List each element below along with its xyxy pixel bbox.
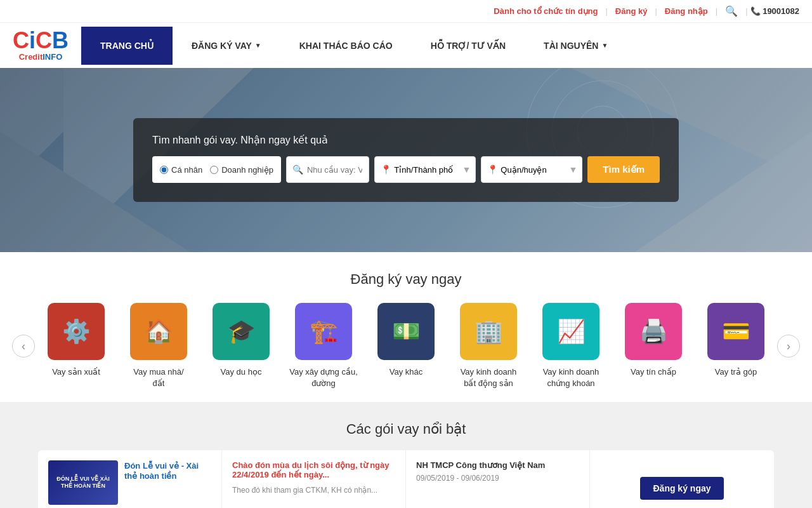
province-select-wrap: 📍 Tỉnh/Thành phố ▼ [374,156,476,183]
location-icon-district: 📍 [487,164,498,175]
loan-icon-0: ⚙️ [48,303,105,360]
main-nav: TRANG CHỦ ĐĂNG KÝ VAY ▼ KHAI THÁC BÁO CÁ… [81,27,812,65]
featured-col-4: Đăng ký ngay [590,450,774,508]
loan-icon-5: 🏢 [460,303,517,360]
hero-title: Tìm nhanh gói vay. Nhận ngay kết quả [152,134,660,146]
featured-link-2[interactable]: Chào đón mùa du lịch sôi động, từ ngày 2… [232,460,395,479]
featured-section: Các gói vay nổi bật ĐÓN LỄ VUI VẼ XÀI TH… [0,402,812,508]
featured-date: 09/05/2019 - 09/06/2019 [416,474,579,483]
search-icon: 🔍 [292,164,303,175]
loan-item-1[interactable]: 🏠 Vay mua nhà/đất [124,303,193,389]
featured-col-2: Chào đón mùa du lịch sôi động, từ ngày 2… [222,450,406,508]
loan-label-5: Vay kinh doanh bất động sản [454,366,523,389]
loan-item-8[interactable]: 💳 Vay trả góp [701,303,771,389]
featured-text-1: Đón Lễ vui vẻ - Xài thẻ hoàn tiền [124,460,211,481]
featured-col-3: NH TMCP Công thương Việt Nam 09/05/2019 … [406,450,590,508]
loan-item-0[interactable]: ⚙️ Vay sản xuất [41,303,111,389]
carousel-next-button[interactable]: › [777,335,800,358]
loan-categories-section: Đăng ký vay ngay ‹ ⚙️ Vay sản xuất 🏠 Vay… [0,252,812,402]
register-link[interactable]: Đăng ký [615,6,648,16]
loan-label-1: Vay mua nhà/đất [133,366,183,389]
loan-item-6[interactable]: 📈 Vay kinh doanh chứng khoán [536,303,606,389]
search-icon-button[interactable]: 🔍 [725,5,738,17]
featured-title: Các gói vay nổi bật [38,421,774,438]
hero-section: Tìm nhanh gói vay. Nhận ngay kết quả Cá … [0,68,812,252]
loan-section-title: Đăng ký vay ngay [0,271,812,288]
logo[interactable]: CiCB Credit INFO [13,23,69,68]
divider4: | [745,6,747,16]
featured-desc-2: Theo đó khi tham gia CTKM, KH có nhận... [232,486,395,495]
loan-label-8: Vay trả góp [715,366,757,378]
loan-label-6: Vay kinh doanh chứng khoán [536,366,606,389]
loan-type-selector: Cá nhân Doanh nghiệp [152,156,281,183]
loan-icon-4: 💵 [377,303,435,360]
divider1: | [605,6,607,16]
search-button[interactable]: Tìm kiếm [587,156,660,183]
logo-credit: Credit [19,52,43,62]
divider3: | [716,6,717,16]
radio-ca-nhan[interactable] [160,166,168,174]
org-link[interactable]: Dành cho tổ chức tín dụng [494,6,598,16]
search-row: Cá nhân Doanh nghiệp 🔍 📍 Tỉnh/Thành phố … [152,156,660,183]
divider2: | [655,6,657,16]
loan-item-7[interactable]: 🖨️ Vay tín chấp [619,303,688,389]
loan-carousel: ‹ ⚙️ Vay sản xuất 🏠 Vay mua nhà/đất 🎓 Va… [0,303,812,389]
radio-doanh-nghiep[interactable] [210,166,218,174]
header: CiCB Credit INFO TRANG CHỦ ĐĂNG KÝ VAY ▼… [0,23,812,68]
loan-icon-7: 🖨️ [625,303,682,360]
loan-icon-6: 📈 [542,303,599,360]
loan-label-0: Vay sản xuất [52,366,100,378]
featured-link-1[interactable]: Đón Lễ vui vẻ - Xài thẻ hoàn tiền [124,461,199,481]
loan-item-3[interactable]: 🏗️ Vay xây dựng cầu, đường [289,303,358,389]
nav-ho-tro[interactable]: HỖ TRỢ/ TƯ VẤN [412,27,525,65]
hero-content: Tìm nhanh gói vay. Nhận ngay kết quả Cá … [133,118,679,202]
phone-number: 📞 19001082 [750,6,799,16]
featured-grid: ĐÓN LỄ VUI VẼ XÀI THẺ HOÀN TIỀN Đón Lễ v… [38,450,774,508]
loan-label-3: Vay xây dựng cầu, đường [289,366,358,389]
loan-label-7: Vay tín chấp [631,366,676,378]
loan-icon-1: 🏠 [130,303,187,360]
login-link[interactable]: Đăng nhập [665,6,708,16]
nav-tai-nguyen[interactable]: TÀI NGUYÊN ▼ [525,27,627,65]
location-icon-province: 📍 [381,164,391,175]
carousel-prev-button[interactable]: ‹ [12,335,35,358]
district-select-wrap: 📍 Quận/huyện ▼ [481,156,582,183]
logo-info: INFO [43,52,62,62]
nav-khai-thac-bao-cao[interactable]: KHAI THÁC BÁO CÁO [280,27,412,65]
top-bar: Dành cho tổ chức tín dụng | Đăng ký | Đă… [0,0,812,23]
loan-item-2[interactable]: 🎓 Vay du học [206,303,276,389]
register-button[interactable]: Đăng ký ngay [640,477,723,500]
featured-col-1: ĐÓN LỄ VUI VẼ XÀI THẺ HOÀN TIỀN Đón Lễ v… [38,450,222,508]
loan-icon-2: 🎓 [213,303,270,360]
loan-items-list: ⚙️ Vay sản xuất 🏠 Vay mua nhà/đất 🎓 Vay … [35,303,777,389]
loan-item-5[interactable]: 🏢 Vay kinh doanh bất động sản [454,303,523,389]
nav-dang-ky-vay[interactable]: ĐĂNG KÝ VAY ▼ [173,27,280,65]
loan-label-2: Vay du học [221,366,262,378]
featured-img-1: ĐÓN LỄ VUI VẼ XÀI THẺ HOÀN TIỀN [48,460,118,505]
loan-need-input-wrap: 🔍 [286,156,369,183]
loan-icon-8: 💳 [707,303,764,360]
bank-name: NH TMCP Công thương Việt Nam [416,460,579,470]
loan-item-4[interactable]: 💵 Vay khác [371,303,441,389]
nav-trang-chu[interactable]: TRANG CHỦ [81,27,173,65]
loan-icon-3: 🏗️ [295,303,352,360]
logo-cicb: CiCB [13,29,69,52]
radio-ca-nhan-label[interactable]: Cá nhân [160,165,202,175]
radio-doanh-nghiep-label[interactable]: Doanh nghiệp [210,165,273,175]
loan-label-4: Vay khác [390,366,423,378]
